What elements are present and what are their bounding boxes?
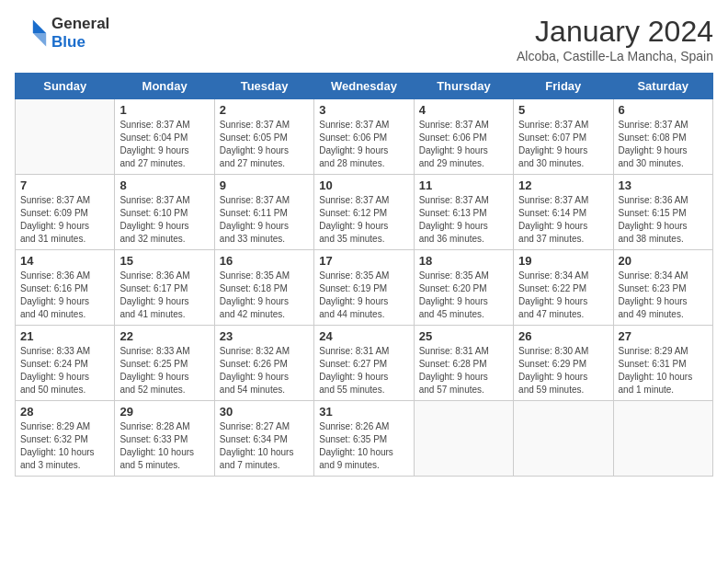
- calendar-cell: [414, 401, 513, 477]
- calendar-title: January 2024: [517, 15, 713, 49]
- day-info: Sunrise: 8:37 AMSunset: 6:09 PMDaylight:…: [20, 194, 109, 246]
- day-number: 17: [319, 254, 408, 268]
- day-number: 30: [220, 405, 309, 419]
- calendar-cell: [514, 401, 613, 477]
- day-header-thursday: Thursday: [414, 74, 513, 99]
- calendar-cell: 2Sunrise: 8:37 AMSunset: 6:05 PMDaylight…: [214, 99, 313, 175]
- day-number: 6: [619, 103, 708, 117]
- day-info: Sunrise: 8:34 AMSunset: 6:23 PMDaylight:…: [619, 270, 708, 321]
- week-row-3: 14Sunrise: 8:36 AMSunset: 6:16 PMDayligh…: [16, 250, 713, 326]
- calendar-cell: [613, 401, 712, 477]
- day-number: 25: [419, 329, 508, 343]
- calendar-cell: 20Sunrise: 8:34 AMSunset: 6:23 PMDayligh…: [613, 250, 712, 326]
- day-info: Sunrise: 8:27 AMSunset: 6:34 PMDaylight:…: [220, 420, 309, 472]
- day-info: Sunrise: 8:32 AMSunset: 6:26 PMDaylight:…: [220, 345, 309, 396]
- calendar-cell: 4Sunrise: 8:37 AMSunset: 6:06 PMDaylight…: [414, 99, 513, 175]
- calendar-cell: 29Sunrise: 8:28 AMSunset: 6:33 PMDayligh…: [115, 401, 214, 477]
- day-header-monday: Monday: [115, 74, 214, 99]
- day-number: 5: [518, 103, 608, 117]
- svg-marker-1: [33, 33, 46, 46]
- day-number: 3: [319, 103, 408, 117]
- calendar-table: SundayMondayTuesdayWednesdayThursdayFrid…: [15, 73, 713, 477]
- calendar-cell: 22Sunrise: 8:33 AMSunset: 6:25 PMDayligh…: [115, 326, 214, 401]
- day-info: Sunrise: 8:37 AMSunset: 6:10 PMDaylight:…: [119, 194, 209, 246]
- day-info: Sunrise: 8:36 AMSunset: 6:15 PMDaylight:…: [619, 194, 708, 246]
- day-number: 28: [20, 405, 109, 419]
- calendar-cell: [16, 99, 115, 175]
- day-info: Sunrise: 8:35 AMSunset: 6:19 PMDaylight:…: [319, 270, 408, 321]
- calendar-cell: 24Sunrise: 8:31 AMSunset: 6:27 PMDayligh…: [314, 326, 414, 401]
- calendar-cell: 26Sunrise: 8:30 AMSunset: 6:29 PMDayligh…: [514, 326, 613, 401]
- day-number: 26: [518, 329, 608, 343]
- calendar-cell: 30Sunrise: 8:27 AMSunset: 6:34 PMDayligh…: [214, 401, 313, 477]
- day-number: 10: [319, 178, 408, 192]
- day-info: Sunrise: 8:37 AMSunset: 6:07 PMDaylight:…: [518, 119, 608, 170]
- day-header-friday: Friday: [514, 74, 613, 99]
- day-info: Sunrise: 8:29 AMSunset: 6:32 PMDaylight:…: [20, 420, 109, 472]
- calendar-cell: 12Sunrise: 8:37 AMSunset: 6:14 PMDayligh…: [514, 175, 613, 250]
- day-info: Sunrise: 8:37 AMSunset: 6:08 PMDaylight:…: [619, 119, 708, 170]
- calendar-cell: 14Sunrise: 8:36 AMSunset: 6:16 PMDayligh…: [16, 250, 115, 326]
- day-number: 15: [119, 254, 209, 268]
- svg-marker-0: [33, 20, 46, 33]
- calendar-cell: 27Sunrise: 8:29 AMSunset: 6:31 PMDayligh…: [613, 326, 712, 401]
- calendar-cell: 21Sunrise: 8:33 AMSunset: 6:24 PMDayligh…: [16, 326, 115, 401]
- day-info: Sunrise: 8:35 AMSunset: 6:18 PMDaylight:…: [220, 270, 309, 321]
- title-block: January 2024 Alcoba, Castille-La Mancha,…: [517, 15, 713, 63]
- day-number: 14: [20, 254, 109, 268]
- day-info: Sunrise: 8:34 AMSunset: 6:22 PMDaylight:…: [518, 270, 608, 321]
- day-header-saturday: Saturday: [613, 74, 712, 99]
- calendar-cell: 23Sunrise: 8:32 AMSunset: 6:26 PMDayligh…: [214, 326, 313, 401]
- calendar-cell: 17Sunrise: 8:35 AMSunset: 6:19 PMDayligh…: [314, 250, 414, 326]
- calendar-cell: 28Sunrise: 8:29 AMSunset: 6:32 PMDayligh…: [16, 401, 115, 477]
- calendar-cell: 18Sunrise: 8:35 AMSunset: 6:20 PMDayligh…: [414, 250, 513, 326]
- day-number: 21: [20, 329, 109, 343]
- day-number: 19: [518, 254, 608, 268]
- calendar-cell: 10Sunrise: 8:37 AMSunset: 6:12 PMDayligh…: [314, 175, 414, 250]
- day-number: 13: [619, 178, 708, 192]
- day-info: Sunrise: 8:31 AMSunset: 6:28 PMDaylight:…: [419, 345, 508, 396]
- day-info: Sunrise: 8:36 AMSunset: 6:17 PMDaylight:…: [119, 270, 209, 321]
- day-number: 2: [220, 103, 309, 117]
- day-number: 23: [220, 329, 309, 343]
- day-info: Sunrise: 8:37 AMSunset: 6:11 PMDaylight:…: [220, 194, 309, 246]
- day-info: Sunrise: 8:36 AMSunset: 6:16 PMDaylight:…: [20, 270, 109, 321]
- calendar-cell: 25Sunrise: 8:31 AMSunset: 6:28 PMDayligh…: [414, 326, 513, 401]
- calendar-cell: 19Sunrise: 8:34 AMSunset: 6:22 PMDayligh…: [514, 250, 613, 326]
- day-number: 7: [20, 178, 109, 192]
- day-info: Sunrise: 8:28 AMSunset: 6:33 PMDaylight:…: [119, 420, 209, 472]
- calendar-subtitle: Alcoba, Castille-La Mancha, Spain: [517, 49, 713, 63]
- calendar-cell: 8Sunrise: 8:37 AMSunset: 6:10 PMDaylight…: [115, 175, 214, 250]
- calendar-cell: 15Sunrise: 8:36 AMSunset: 6:17 PMDayligh…: [115, 250, 214, 326]
- day-info: Sunrise: 8:35 AMSunset: 6:20 PMDaylight:…: [419, 270, 508, 321]
- day-number: 12: [518, 178, 608, 192]
- logo-text: General Blue: [51, 15, 109, 52]
- calendar-cell: 11Sunrise: 8:37 AMSunset: 6:13 PMDayligh…: [414, 175, 513, 250]
- calendar-cell: 16Sunrise: 8:35 AMSunset: 6:18 PMDayligh…: [214, 250, 313, 326]
- calendar-cell: 31Sunrise: 8:26 AMSunset: 6:35 PMDayligh…: [314, 401, 414, 477]
- week-row-4: 21Sunrise: 8:33 AMSunset: 6:24 PMDayligh…: [16, 326, 713, 401]
- week-row-5: 28Sunrise: 8:29 AMSunset: 6:32 PMDayligh…: [16, 401, 713, 477]
- day-info: Sunrise: 8:37 AMSunset: 6:06 PMDaylight:…: [419, 119, 508, 170]
- day-number: 8: [119, 178, 209, 192]
- calendar-cell: 6Sunrise: 8:37 AMSunset: 6:08 PMDaylight…: [613, 99, 712, 175]
- week-row-2: 7Sunrise: 8:37 AMSunset: 6:09 PMDaylight…: [16, 175, 713, 250]
- day-number: 20: [619, 254, 708, 268]
- day-number: 27: [619, 329, 708, 343]
- day-number: 4: [419, 103, 508, 117]
- day-number: 1: [119, 103, 209, 117]
- day-info: Sunrise: 8:29 AMSunset: 6:31 PMDaylight:…: [619, 345, 708, 396]
- day-info: Sunrise: 8:37 AMSunset: 6:04 PMDaylight:…: [119, 119, 209, 170]
- calendar-header-row: SundayMondayTuesdayWednesdayThursdayFrid…: [16, 74, 713, 99]
- day-number: 22: [119, 329, 209, 343]
- header: General Blue January 2024 Alcoba, Castil…: [15, 15, 713, 63]
- calendar-cell: 9Sunrise: 8:37 AMSunset: 6:11 PMDaylight…: [214, 175, 313, 250]
- day-info: Sunrise: 8:37 AMSunset: 6:06 PMDaylight:…: [319, 119, 408, 170]
- day-info: Sunrise: 8:37 AMSunset: 6:05 PMDaylight:…: [220, 119, 309, 170]
- calendar-cell: 3Sunrise: 8:37 AMSunset: 6:06 PMDaylight…: [314, 99, 414, 175]
- day-header-sunday: Sunday: [16, 74, 115, 99]
- day-number: 11: [419, 178, 508, 192]
- day-header-tuesday: Tuesday: [214, 74, 313, 99]
- day-number: 18: [419, 254, 508, 268]
- day-number: 31: [319, 405, 408, 419]
